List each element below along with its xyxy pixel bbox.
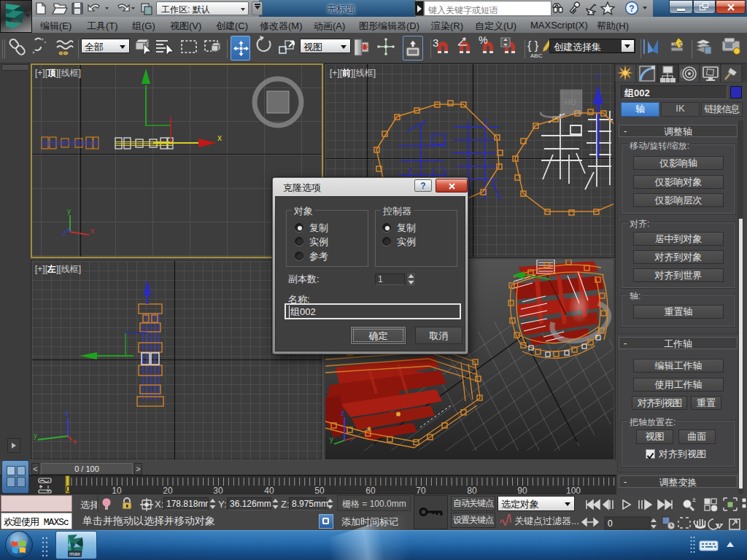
svg-text:±: ±: [692, 496, 696, 503]
svg-text:0: 0: [608, 518, 613, 529]
svg-text:%: %: [479, 34, 487, 46]
svg-text:z: z: [596, 72, 600, 80]
svg-text:50: 50: [314, 486, 325, 494]
svg-text:70: 70: [416, 486, 426, 494]
svg-text:10: 10: [112, 486, 122, 494]
svg-text:80: 80: [467, 486, 477, 494]
svg-text:z: z: [63, 229, 66, 237]
svg-text:90: 90: [517, 486, 527, 494]
svg-text:100: 100: [566, 486, 581, 494]
svg-text:x: x: [73, 438, 77, 446]
svg-text:y: y: [330, 435, 333, 443]
svg-text:20: 20: [163, 486, 173, 494]
svg-text:z: z: [341, 409, 344, 417]
svg-text:?: ?: [629, 4, 634, 14]
svg-text:HU: HU: [565, 98, 576, 106]
svg-text:x: x: [217, 133, 222, 143]
svg-text:z: z: [65, 409, 69, 417]
svg-text:ABC: ABC: [530, 52, 543, 59]
svg-text:y: y: [67, 207, 71, 215]
svg-text:60: 60: [365, 486, 376, 494]
svg-text:{ }: { }: [527, 39, 539, 52]
svg-text:y: y: [34, 432, 37, 440]
svg-text:40: 40: [264, 486, 274, 494]
svg-text:x: x: [90, 227, 94, 235]
svg-text:30: 30: [213, 486, 223, 494]
